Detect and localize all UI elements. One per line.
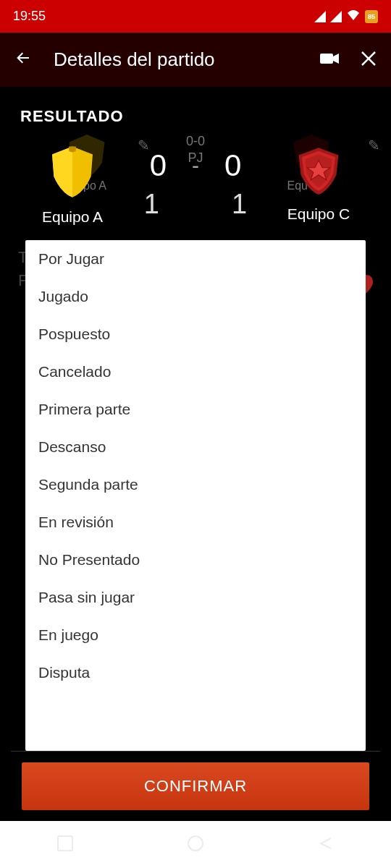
team-a-shield-icon [43, 142, 101, 203]
team-a-column: Equipo A [25, 142, 119, 226]
team-a-name: Equipo A [42, 208, 103, 226]
close-icon[interactable] [361, 48, 377, 72]
option-descanso[interactable]: Descanso [25, 428, 366, 466]
option-por-jugar[interactable]: Por Jugar [25, 240, 366, 278]
battery-icon: 85 [365, 10, 378, 23]
status-bar: 19:55 85 [0, 0, 391, 33]
nav-home-icon[interactable] [188, 835, 203, 854]
app-header: Detalles del partido [0, 33, 391, 87]
score-row: Equipo A 0 - 0 1 1 [0, 135, 391, 226]
score-dash: - [192, 153, 199, 178]
status-options-list: Por Jugar Jugado Pospuesto Cancelado Pri… [25, 240, 366, 751]
option-no-presentado[interactable]: No Presentado [25, 541, 366, 579]
score-a: 0 [150, 148, 167, 183]
option-en-juego[interactable]: En juego [25, 616, 366, 654]
result-modal: RESULTADO Equipo A 0 - 0 [0, 93, 391, 821]
option-pasa-sin-jugar[interactable]: Pasa sin jugar [25, 579, 366, 616]
option-segunda-parte[interactable]: Segunda parte [25, 466, 366, 503]
team-c-name: Equipo C [287, 205, 350, 223]
option-cancelado[interactable]: Cancelado [25, 353, 366, 391]
wifi-icon [346, 9, 361, 24]
score-center: 0 - 0 1 1 [144, 148, 247, 220]
option-pospuesto[interactable]: Pospuesto [25, 315, 366, 353]
nav-back-icon[interactable] [318, 835, 334, 854]
signal-icon-2 [330, 11, 342, 22]
svg-rect-0 [320, 54, 333, 64]
signal-icon [314, 11, 326, 22]
back-arrow-icon[interactable] [14, 48, 32, 72]
option-jugado[interactable]: Jugado [25, 278, 366, 315]
option-primera-parte[interactable]: Primera parte [25, 391, 366, 428]
status-icons: 85 [314, 9, 378, 24]
confirm-button[interactable]: CONFIRMAR [22, 762, 369, 810]
sub-score-b: 1 [232, 189, 247, 220]
page-title: Detalles del partido [54, 48, 320, 71]
modal-footer: CONFIRMAR [11, 751, 380, 821]
team-c-shield-icon [293, 145, 345, 200]
camera-icon[interactable] [320, 51, 339, 69]
modal-title: RESULTADO [0, 93, 391, 135]
status-time: 19:55 [13, 9, 46, 24]
sub-score-a: 1 [144, 189, 159, 220]
team-c-column: Equipo C [272, 145, 366, 223]
nav-recent-icon[interactable] [57, 835, 73, 854]
score-b: 0 [224, 148, 241, 183]
option-disputa[interactable]: Disputa [25, 654, 366, 692]
option-en-revision[interactable]: En revisión [25, 503, 366, 541]
android-nav-bar [0, 821, 391, 868]
